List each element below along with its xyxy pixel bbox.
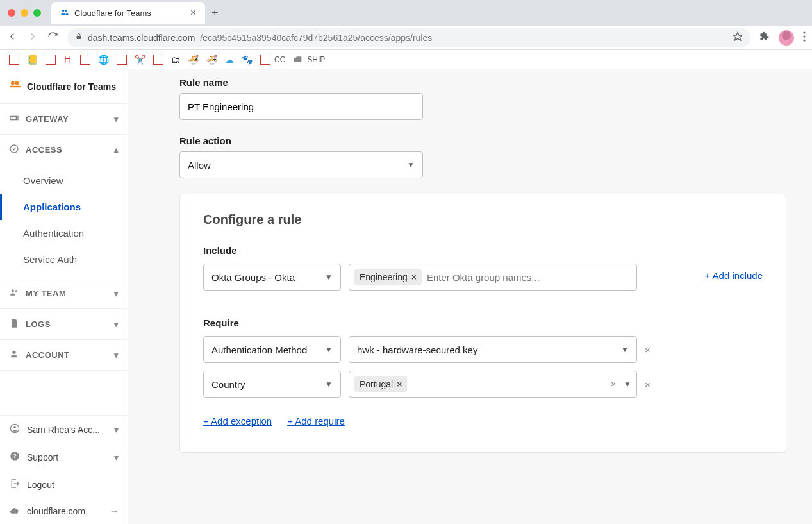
rule-name-input[interactable]: [179, 93, 423, 120]
sidebar-item-logs[interactable]: LOGS ▾: [0, 309, 128, 339]
chevron-down-icon: ▾: [114, 289, 119, 298]
clear-icon[interactable]: ×: [608, 379, 618, 389]
require-selector-auth[interactable]: Authentication Method ▼: [203, 336, 341, 363]
address-bar[interactable]: dash.teams.cloudflare.com/eca95c4515a395…: [67, 28, 750, 47]
bookmark-ship[interactable]: SHIP: [293, 55, 325, 65]
logout-link[interactable]: Logout: [0, 471, 128, 498]
access-icon: [9, 144, 19, 156]
chevron-down-icon: ▾: [114, 114, 119, 124]
remove-tag-icon[interactable]: ×: [397, 379, 402, 389]
chevron-down-icon: ▼: [325, 380, 333, 389]
bookmark-icon[interactable]: 🗂: [171, 55, 180, 65]
include-selector[interactable]: Okta Groups - Okta ▼: [203, 264, 341, 291]
svg-point-16: [12, 351, 15, 354]
sidebar-item-access[interactable]: ACCESS ▴: [0, 135, 128, 165]
logs-icon: [9, 318, 19, 330]
require-selector-country[interactable]: Country ▼: [203, 371, 341, 398]
require-value-auth[interactable]: hwk - hardware-secured key ▼: [349, 336, 637, 363]
chevron-down-icon: ▾: [114, 452, 119, 462]
new-tab-button[interactable]: +: [211, 6, 219, 20]
chevron-down-icon: ▼: [624, 380, 631, 389]
extensions-icon[interactable]: [759, 31, 770, 44]
brand-text: Cloudflare for Teams: [27, 81, 116, 92]
chevron-up-icon: ▴: [114, 145, 119, 155]
remove-tag-icon[interactable]: ×: [411, 272, 417, 282]
gateway-icon: [9, 113, 19, 125]
bookmarks-bar: 📒 ⛩ 🌐 ✂️ 🗂 🍜 🍜 ☁︎ 🐾 CC SHIP: [0, 50, 812, 69]
star-icon[interactable]: [733, 31, 743, 44]
forward-button[interactable]: [27, 31, 38, 44]
sidebar-item-account[interactable]: ACCOUNT ▾: [0, 340, 128, 370]
bookmark-icon[interactable]: ⛩: [63, 55, 72, 65]
add-exception-link[interactable]: + Add exception: [203, 416, 272, 427]
svg-point-5: [803, 35, 805, 37]
sidebar-item-myteam[interactable]: MY TEAM ▾: [0, 278, 128, 308]
svg-point-1: [65, 10, 67, 12]
bookmark-icon[interactable]: 🍜: [188, 55, 199, 65]
help-icon: ?: [9, 451, 21, 463]
add-include-link[interactable]: + Add include: [705, 270, 763, 281]
window-controls[interactable]: [8, 9, 41, 17]
remove-require-icon[interactable]: ×: [645, 379, 652, 390]
bookmark-icon[interactable]: [153, 55, 163, 65]
svg-point-0: [62, 9, 65, 11]
bookmark-icon[interactable]: ☁︎: [225, 55, 234, 65]
add-require-link[interactable]: + Add require: [287, 416, 345, 427]
tag-engineering: Engineering ×: [354, 269, 422, 285]
include-value-input[interactable]: Engineering ×: [349, 264, 637, 291]
team-icon: [9, 287, 19, 300]
svg-point-4: [803, 31, 805, 33]
require-value-country[interactable]: Portugal × × ▼: [349, 371, 637, 398]
sidebar-item-applications[interactable]: Applications: [0, 194, 128, 220]
bookmark-icon[interactable]: [80, 55, 90, 65]
sidebar-item-service-auth[interactable]: Service Auth: [0, 246, 128, 273]
bookmark-icon[interactable]: 🌐: [98, 55, 109, 65]
chevron-down-icon: ▼: [325, 345, 333, 354]
account-switcher[interactable]: Sam Rhea's Acc... ▾: [0, 416, 128, 443]
sidebar-item-gateway[interactable]: GATEWAY ▾: [0, 104, 128, 134]
browser-tab[interactable]: Cloudflare for Teams ×: [51, 2, 205, 24]
bookmark-icon[interactable]: 🐾: [242, 55, 253, 65]
rule-name-label: Rule name: [179, 77, 786, 88]
svg-text:?: ?: [13, 453, 17, 459]
svg-point-13: [10, 145, 18, 153]
svg-point-15: [15, 290, 17, 292]
tab-title: Cloudflare for Teams: [74, 8, 151, 18]
svg-point-14: [12, 289, 14, 292]
cloud-icon: [9, 506, 21, 516]
url-host: dash.teams.cloudflare.com: [88, 33, 195, 43]
bookmark-icon[interactable]: [117, 55, 127, 65]
profile-avatar[interactable]: [779, 30, 794, 46]
svg-point-7: [11, 81, 15, 85]
cloudflare-link[interactable]: cloudflare.com →: [0, 498, 128, 524]
bookmark-icon[interactable]: ✂️: [135, 55, 145, 65]
sidebar-item-overview[interactable]: Overview: [0, 167, 128, 194]
rule-action-select[interactable]: Allow ▼: [179, 151, 423, 178]
remove-require-icon[interactable]: ×: [645, 344, 652, 355]
sidebar-item-authentication[interactable]: Authentication: [0, 220, 128, 246]
svg-rect-9: [10, 86, 21, 88]
back-button[interactable]: [6, 31, 18, 44]
chevron-down-icon: ▼: [325, 273, 333, 282]
bookmark-icon[interactable]: [46, 55, 56, 65]
include-tag-input[interactable]: [427, 272, 631, 283]
reload-button[interactable]: [47, 31, 58, 44]
chevron-down-icon: ▾: [114, 425, 119, 435]
tag-portugal: Portugal ×: [354, 376, 407, 392]
require-label: Require: [203, 317, 763, 328]
svg-rect-2: [77, 36, 81, 39]
svg-point-18: [13, 426, 16, 428]
bookmark-icon[interactable]: [9, 55, 19, 65]
bookmark-icon[interactable]: 🍜: [206, 55, 217, 65]
close-icon[interactable]: ×: [190, 7, 196, 19]
rule-action-label: Rule action: [179, 135, 786, 146]
brand[interactable]: Cloudflare for Teams: [0, 69, 128, 104]
support-link[interactable]: ? Support ▾: [0, 443, 128, 471]
svg-rect-10: [10, 116, 18, 119]
menu-icon[interactable]: [803, 31, 806, 44]
bookmark-icon[interactable]: 📒: [27, 55, 38, 65]
svg-marker-3: [733, 32, 742, 40]
bookmark-cc[interactable]: CC: [260, 55, 285, 65]
chevron-down-icon: ▾: [114, 350, 119, 360]
svg-point-6: [803, 39, 805, 41]
